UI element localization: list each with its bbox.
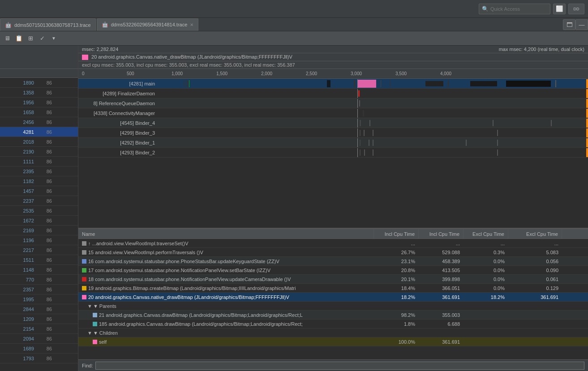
find-label: Find: <box>82 363 93 368</box>
row-num-18: 1511 <box>0 257 36 263</box>
thread-track-3[interactable] <box>157 109 588 118</box>
restore-button[interactable]: 🗖 <box>563 19 575 30</box>
color-box-1 <box>82 250 86 255</box>
toolbar-icon3[interactable]: ⊞ <box>25 33 36 44</box>
toolbar-icon4[interactable]: ✓ <box>37 33 47 44</box>
find-input[interactable] <box>95 362 584 370</box>
td-excl-pct-5: 0.0% <box>464 284 508 292</box>
td-incl-pct-3: 20.8% <box>374 266 419 274</box>
minimize-button-2[interactable]: — <box>575 19 588 30</box>
search-box[interactable]: 🔍 <box>479 4 550 14</box>
table-row[interactable]: ↑ ...android.view.ViewRootImpl.traverseS… <box>78 239 588 248</box>
orange-scrollbar <box>586 79 588 88</box>
toolbar-icon2[interactable]: 📋 <box>13 33 24 44</box>
row-mid-13: 86 <box>36 208 54 213</box>
row-num-26: 2094 <box>0 336 36 341</box>
color-box-4 <box>82 277 86 281</box>
tab-2-label: ddms5322602965643914814.trace <box>111 22 188 27</box>
bottom-panel: Name Incl Cpu Time Incl Cpu Time Excl Cp… <box>78 228 588 371</box>
expand-parents-arrow[interactable]: ▼ <box>87 303 92 309</box>
table-row[interactable]: 18 com.android.systemui.statusbar.phone.… <box>78 275 588 284</box>
thread-track-5[interactable] <box>157 128 588 137</box>
thread-row-2[interactable]: 8] ReferenceQueueDaemon <box>78 98 588 108</box>
row-num-19: 1148 <box>0 267 36 273</box>
expand-children-arrow[interactable]: ▼ <box>87 330 92 336</box>
row-mid-25: 86 <box>36 326 54 332</box>
tab-2-close[interactable]: ✕ <box>190 22 193 27</box>
row-num-11: 1457 <box>0 188 36 194</box>
scale-3500: 3,500 <box>395 71 407 76</box>
th-excl-cpu-pct[interactable]: Excl Cpu Time <box>464 229 508 239</box>
table-row-parents[interactable]: ▼ ▼ Parents <box>78 302 588 311</box>
row-numbers-panel: 1890861358861956861658862456864281862018… <box>0 78 78 371</box>
thread-track-7[interactable] <box>157 148 588 157</box>
td-incl-ms-3: 413.505 <box>419 266 464 274</box>
table-row[interactable]: 185 android.graphics.Canvas.drawBitmap (… <box>78 320 588 328</box>
table-row-self[interactable]: self 100.0% 361.691 <box>78 337 588 346</box>
th-incl-cpu-ms[interactable]: Incl Cpu Time <box>419 229 464 239</box>
thread-row-3[interactable]: [4338] ConnectivityManager <box>78 108 588 118</box>
thread-track-6[interactable] <box>157 138 588 147</box>
row-num-25: 2154 <box>0 326 36 332</box>
th-incl-cpu-pct[interactable]: Incl Cpu Time <box>374 229 419 239</box>
td-incl-ms-6: 361.691 <box>419 293 464 301</box>
table-body[interactable]: ↑ ...android.view.ViewRootImpl.traverseS… <box>78 239 588 359</box>
thread-track-main[interactable] <box>157 79 588 88</box>
tab-1[interactable]: 🤖 ddms5071501306380758713.trace <box>0 18 96 31</box>
table-row[interactable]: 15 android.view.ViewRootImpl.performTrav… <box>78 248 588 257</box>
th-name[interactable]: Name <box>78 229 374 239</box>
table-row[interactable]: 16 com.android.systemui.statusbar.phone.… <box>78 257 588 266</box>
row-mid-19: 86 <box>36 267 54 273</box>
td-excl-ms-1: 5.083 <box>508 248 562 256</box>
row-mid-28: 86 <box>36 356 54 361</box>
row-num-4: 2456 <box>0 119 36 125</box>
table-row[interactable]: 19 android.graphics.Bitmap.createBitmap … <box>78 284 588 293</box>
thread-row-5[interactable]: [4299] Binder_3 <box>78 128 588 138</box>
row-num-6: 2018 <box>0 139 36 145</box>
td-incl-ms-8: 355.003 <box>419 311 464 319</box>
td-excl-ms-6: 361.691 <box>508 293 562 301</box>
maximize-button[interactable]: ⬜ <box>553 4 566 14</box>
td-excl-ms-8 <box>508 311 562 319</box>
td-excl-ms-10 <box>508 328 562 337</box>
td-excl-ms-2: 0.056 <box>508 257 562 265</box>
td-excl-ms-9 <box>508 320 562 328</box>
td-incl-ms-7 <box>419 302 464 310</box>
table-row[interactable]: 21 android.graphics.Canvas.drawBitmap (L… <box>78 311 588 320</box>
thread-row-6[interactable]: [4292] Binder_1 <box>78 138 588 148</box>
td-incl-pct-1: 26.7% <box>374 248 419 256</box>
table-row-selected[interactable]: 20 android.graphics.Canvas.native_drawBi… <box>78 293 588 302</box>
row-num-22: 1995 <box>0 297 36 302</box>
topbar: 🔍 ⬜ DD <box>0 0 588 18</box>
th-excl-cpu-ms[interactable]: Excl Cpu Time <box>508 229 562 239</box>
row-mid-8: 86 <box>36 159 54 164</box>
td-name-7: ▼ ▼ Parents <box>78 302 374 310</box>
tab-2[interactable]: 🤖 ddms5322602965643914814.trace ✕ <box>97 18 199 31</box>
thread-row-7[interactable]: [4293] Binder_2 <box>78 148 588 158</box>
search-input[interactable] <box>490 6 549 12</box>
thread-track-1[interactable] <box>157 89 588 98</box>
table-row-children[interactable]: ▼ ▼ Children <box>78 328 588 337</box>
pink-block <box>357 80 376 88</box>
thread-row-main[interactable]: [4281] main <box>78 79 588 89</box>
thread-row-1[interactable]: [4289] FinalizerDaemon <box>78 89 588 98</box>
table-row[interactable]: 17 com.android.systemui.statusbar.phone.… <box>78 266 588 275</box>
row-mid-11: 86 <box>36 188 54 194</box>
row-mid-16: 86 <box>36 238 54 243</box>
thread-track-2[interactable] <box>157 99 588 108</box>
android-icon-1: 🤖 <box>5 22 12 28</box>
thread-track-4[interactable] <box>157 119 588 128</box>
tabs-area: 🤖 ddms5071501306380758713.trace 🤖 ddms53… <box>0 18 588 31</box>
thread-label-6: [4292] Binder_1 <box>78 140 157 145</box>
row-mid-6: 86 <box>36 139 54 145</box>
timeline-scale: 0 500 1,000 1,500 2,000 2,500 3,000 3,50… <box>78 69 588 79</box>
toolbar-chevron[interactable]: ▼ <box>48 33 59 44</box>
thread-label-1: [4289] FinalizerDaemon <box>78 91 157 96</box>
row-mid-24: 86 <box>36 316 54 322</box>
ddms-button[interactable]: DD <box>568 4 584 14</box>
pink-color-box <box>82 55 88 60</box>
toolbar-icon1[interactable]: 🖥 <box>2 33 13 44</box>
row-num-24: 1209 <box>0 316 36 322</box>
td-excl-ms-5: 0.129 <box>508 284 562 292</box>
thread-row-4[interactable]: [4545] Binder_4 <box>78 118 588 128</box>
